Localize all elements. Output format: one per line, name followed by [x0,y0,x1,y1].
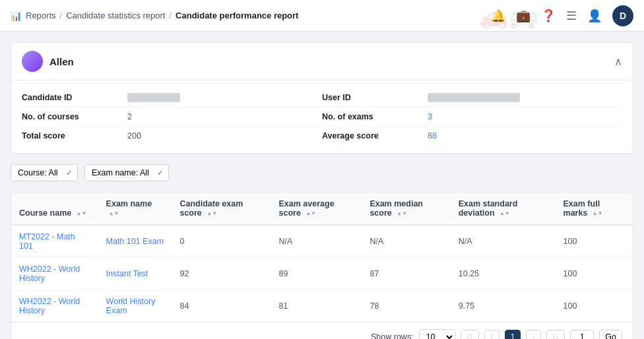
last-page-button[interactable]: ⟩⟩ [546,330,565,339]
candidate-name: Allen [49,56,74,67]
header-actions: 🔔 💼 ❓ ☰ 👤 D [491,5,633,26]
sort-icon-exam: ▲▼ [109,211,119,216]
average-score-value[interactable]: 88 [428,131,437,140]
course-filter[interactable]: Course: All [11,164,78,181]
avatar[interactable]: D [612,5,633,26]
cell-exam-median-score: N/A [362,225,450,258]
table-body: MT2022 - Math 101 Math 101 Exam 0 N/A N/… [11,225,633,322]
no-of-exams-row: No. of exams 3 [322,108,622,127]
cell-exam-average-score: 89 [271,258,362,290]
briefcase-icon[interactable]: 💼 [516,9,531,23]
collapse-button[interactable]: ∧ [614,55,622,68]
exam-filter-wrapper: Exam name: All ✓ [84,164,169,181]
no-of-courses-value: 2 [127,112,132,121]
help-icon[interactable]: ❓ [541,9,556,23]
candidate-info-grid: Candidate ID No. of courses 2 Total scor… [11,80,633,153]
breadcrumb-stats[interactable]: Candidate statistics report [66,11,165,20]
no-of-courses-label: No. of courses [22,112,127,121]
candidate-card: Allen ∧ Candidate ID No. of courses 2 To… [11,42,633,154]
cell-exam-full-marks: 100 [556,225,633,258]
breadcrumb-sep-1: / [60,11,63,20]
average-score-label: Average score [322,131,428,140]
col-candidate-exam-score[interactable]: Candidate exam score ▲▼ [172,193,271,225]
table-header-row: Course name ▲▼ Exam name ▲▼ Candidate ex… [11,193,633,225]
results-table: Course name ▲▼ Exam name ▲▼ Candidate ex… [11,193,633,322]
user-id-label: User ID [322,93,428,102]
cell-exam-full-marks: 100 [556,290,633,323]
next-page-button[interactable]: ⟩ [526,330,541,339]
col-exam-full-marks[interactable]: Exam full marks ▲▼ [556,193,633,225]
candidate-avatar [22,51,43,72]
page-size-select[interactable]: 102550100 [419,329,455,339]
cell-candidate-exam-score: 0 [172,225,271,258]
user-id-value [428,93,520,102]
cell-exam-median-score: 87 [362,258,450,290]
table-row: MT2022 - Math 101 Math 101 Exam 0 N/A N/… [11,225,633,258]
cell-candidate-exam-score: 92 [172,258,271,290]
cell-exam-std-dev: 9.75 [451,290,556,323]
header: 📊 Reports / Candidate statistics report … [0,0,644,32]
cell-exam-full-marks: 100 [556,258,633,290]
course-filter-wrapper: Course: All ✓ [11,164,78,181]
col-exam-std-dev[interactable]: Exam standard deviation ▲▼ [451,193,556,225]
candidate-info-left: Candidate ID No. of courses 2 Total scor… [22,88,322,145]
col-exam-name[interactable]: Exam name ▲▼ [98,193,172,225]
candidate-id-label: Candidate ID [22,93,127,102]
filters-bar: Course: All ✓ Exam name: All ✓ [11,164,633,181]
no-of-courses-row: No. of courses 2 [22,108,322,127]
cell-exam-name[interactable]: Instant Test [98,258,172,290]
list-icon[interactable]: ☰ [566,9,577,23]
exam-name-filter[interactable]: Exam name: All [84,164,169,181]
col-course-name[interactable]: Course name ▲▼ [11,193,98,225]
table-header: Course name ▲▼ Exam name ▲▼ Candidate ex… [11,193,633,225]
cell-exam-average-score: N/A [271,225,362,258]
prev-page-button[interactable]: ⟨ [484,330,499,339]
cell-exam-name[interactable]: World History Exam [98,290,172,323]
cell-exam-name[interactable]: Math 101 Exam [98,225,172,258]
user-id-row: User ID [322,88,622,108]
go-button[interactable]: Go [599,330,622,339]
no-of-exams-value[interactable]: 3 [428,112,432,121]
cell-course-name[interactable]: MT2022 - Math 101 [11,225,98,258]
sort-icon-candidate-score: ▲▼ [207,211,217,216]
cell-exam-std-dev: 10.25 [451,258,556,290]
col-exam-average-score[interactable]: Exam average score ▲▼ [271,193,362,225]
go-to-page-input[interactable] [570,330,594,339]
sort-icon-course: ▲▼ [77,211,87,216]
cell-course-name[interactable]: WH2022 - World History [11,258,98,290]
main-content: Allen ∧ Candidate ID No. of courses 2 To… [0,32,644,339]
results-table-container: Course name ▲▼ Exam name ▲▼ Candidate ex… [11,192,633,339]
breadcrumb: 📊 Reports / Candidate statistics report … [11,11,298,21]
breadcrumb-reports[interactable]: Reports [26,11,56,20]
cell-course-name[interactable]: WH2022 - World History [11,290,98,323]
cell-exam-median-score: 78 [362,290,450,323]
candidate-id-row: Candidate ID [22,88,322,108]
candidate-id-value [127,93,180,102]
candidate-name-row: Allen [22,51,74,72]
current-page-button[interactable]: 1 [505,330,521,339]
first-page-button[interactable]: ⟨⟨ [461,330,479,339]
pagination-bar: Show rows: 102550100 ⟨⟨ ⟨ 1 ⟩ ⟩⟩ Go [11,322,633,339]
col-exam-median-score[interactable]: Exam median score ▲▼ [362,193,450,225]
person-icon[interactable]: 👤 [587,9,602,23]
breadcrumb-current: Candidate performance report [176,11,298,20]
table-row: WH2022 - World History Instant Test 92 8… [11,258,633,290]
breadcrumb-sep-2: / [169,11,172,20]
bell-icon[interactable]: 🔔 [491,9,505,23]
cell-candidate-exam-score: 84 [172,290,271,323]
candidate-card-header: Allen ∧ [11,43,633,80]
show-rows-label: Show rows: [371,332,414,339]
col-exam-name-label: Exam name [106,199,152,208]
cell-exam-average-score: 81 [271,290,362,323]
col-course-name-label: Course name [19,208,71,218]
sort-icon-median: ▲▼ [397,211,407,216]
chart-icon: 📊 [11,11,22,21]
sort-icon-average: ▲▼ [306,211,316,216]
sort-icon-full-marks: ▲▼ [593,211,603,216]
total-score-label: Total score [22,131,127,140]
sort-icon-std-dev: ▲▼ [499,211,510,216]
cell-exam-std-dev: N/A [451,225,556,258]
total-score-value: 200 [127,131,141,140]
average-score-row: Average score 88 [322,127,622,145]
candidate-info-right: User ID No. of exams 3 Average score 88 [322,88,622,145]
